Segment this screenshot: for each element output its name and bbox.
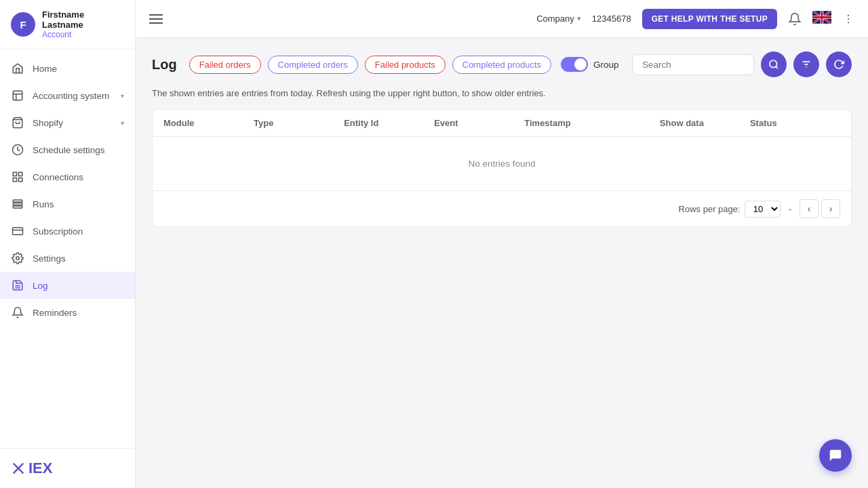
group-toggle-switch[interactable] — [561, 57, 588, 72]
search-wrapper — [632, 54, 754, 75]
company-label: Company — [536, 14, 574, 24]
group-toggle-label: Group — [593, 60, 619, 70]
chevron-down-icon: ▾ — [577, 14, 581, 23]
pagination-nav: ‹ › — [800, 199, 840, 218]
sidebar-item-schedule[interactable]: Schedule settings — [0, 136, 135, 163]
rows-per-page-select[interactable]: 10 5 25 50 — [745, 201, 781, 218]
sidebar-item-schedule-label: Schedule settings — [33, 145, 124, 155]
info-text: The shown entries are entries from today… — [152, 88, 852, 98]
col-entity-id: Entity Id — [344, 118, 434, 128]
sidebar-item-accounting[interactable]: Accounting system ▾ — [0, 82, 135, 109]
svg-rect-4 — [13, 203, 22, 205]
sidebar-item-shopify-label: Shopify — [33, 118, 113, 128]
prev-page-button[interactable]: ‹ — [800, 199, 818, 218]
svg-point-17 — [770, 60, 777, 68]
subscription-icon — [11, 224, 24, 238]
sidebar-item-connections-label: Connections — [33, 172, 124, 182]
svg-rect-6 — [13, 228, 23, 235]
chevron-down-icon: ▾ — [121, 119, 124, 127]
schedule-icon — [11, 143, 24, 157]
rows-per-page-label: Rows per page: — [679, 204, 741, 214]
logo: IEX — [11, 460, 124, 477]
svg-point-16 — [848, 22, 849, 23]
log-table: Module Type Entity Id Event Timestamp Sh… — [152, 109, 852, 227]
refresh-button[interactable] — [826, 52, 852, 77]
logo-text: IEX — [28, 460, 52, 477]
group-toggle[interactable]: Group — [561, 57, 619, 72]
page-title: Log — [152, 57, 177, 73]
runs-icon — [11, 197, 24, 211]
chat-button[interactable] — [819, 439, 852, 472]
search-button[interactable] — [761, 52, 787, 77]
sidebar-item-reminders[interactable]: Reminders — [0, 299, 135, 326]
sidebar-item-settings[interactable]: Settings — [0, 245, 135, 272]
topbar-right: Company ▾ 12345678 GET HELP WITH THE SET… — [536, 9, 854, 29]
sidebar-nav: Home Accounting system ▾ Shopify ▾ Sched… — [0, 49, 135, 448]
sidebar-footer: IEX — [0, 448, 135, 488]
no-entries-message: No entries found — [153, 137, 851, 190]
rows-per-page: Rows per page: 10 5 25 50 — [679, 201, 781, 218]
sidebar-item-log-label: Log — [33, 281, 124, 291]
col-type: Type — [254, 118, 344, 128]
company-id: 12345678 — [592, 14, 631, 24]
svg-point-15 — [848, 18, 849, 19]
page-content: Log Failed orders Completed orders Faile… — [136, 38, 868, 488]
sidebar-item-subscription[interactable]: Subscription — [0, 218, 135, 245]
sidebar-item-subscription-label: Subscription — [33, 226, 124, 237]
sidebar-header: F Firstname Lastname Account — [0, 0, 135, 49]
user-name: Firstname Lastname — [42, 9, 124, 30]
completed-orders-filter[interactable]: Completed orders — [268, 56, 358, 74]
company-selector[interactable]: Company ▾ — [536, 14, 581, 24]
user-info: Firstname Lastname Account — [42, 9, 124, 39]
col-module: Module — [163, 118, 254, 128]
col-show-data: Show data — [660, 118, 750, 128]
main-content: Company ▾ 12345678 GET HELP WITH THE SET… — [136, 0, 868, 488]
next-page-button[interactable]: › — [821, 199, 840, 218]
log-icon — [11, 279, 24, 292]
sidebar: F Firstname Lastname Account Home Accoun… — [0, 0, 136, 488]
shopify-icon — [11, 116, 24, 129]
filter-button[interactable] — [793, 52, 819, 77]
hamburger-line — [149, 22, 163, 24]
sidebar-item-home-label: Home — [33, 64, 124, 74]
avatar: F — [11, 12, 35, 37]
sidebar-item-runs[interactable]: Runs — [0, 190, 135, 218]
failed-products-filter[interactable]: Failed products — [365, 56, 446, 74]
sidebar-item-home[interactable]: Home — [0, 55, 135, 82]
reminders-icon — [11, 306, 24, 319]
svg-line-18 — [776, 66, 778, 68]
user-role[interactable]: Account — [42, 30, 124, 39]
svg-point-14 — [848, 14, 849, 16]
log-toolbar: Log Failed orders Completed orders Faile… — [152, 52, 852, 77]
language-flag[interactable] — [812, 11, 831, 26]
topbar-left — [149, 14, 163, 24]
sidebar-item-log[interactable]: Log — [0, 272, 135, 299]
svg-rect-0 — [13, 91, 22, 100]
col-timestamp: Timestamp — [524, 118, 660, 128]
hamburger-line — [149, 14, 163, 16]
notification-icon[interactable] — [788, 12, 802, 26]
more-options-icon[interactable] — [842, 13, 854, 25]
col-event: Event — [434, 118, 524, 128]
settings-icon — [11, 251, 24, 265]
accounting-icon — [11, 89, 24, 102]
svg-rect-3 — [13, 200, 22, 202]
sidebar-item-runs-label: Runs — [33, 199, 124, 209]
topbar: Company ▾ 12345678 GET HELP WITH THE SET… — [136, 0, 868, 38]
connections-icon — [11, 170, 24, 184]
get-help-button[interactable]: GET HELP WITH THE SETUP — [642, 9, 777, 29]
pagination: Rows per page: 10 5 25 50 - ‹ › — [153, 190, 851, 226]
table-header: Module Type Entity Id Event Timestamp Sh… — [153, 110, 851, 137]
home-icon — [11, 62, 24, 75]
hamburger-button[interactable] — [149, 14, 163, 24]
svg-point-8 — [16, 257, 20, 260]
svg-rect-5 — [13, 206, 22, 208]
pagination-count: - — [789, 204, 791, 214]
sidebar-item-shopify[interactable]: Shopify ▾ — [0, 109, 135, 136]
completed-products-filter[interactable]: Completed products — [452, 56, 551, 74]
sidebar-item-accounting-label: Accounting system — [33, 91, 113, 101]
sidebar-item-reminders-label: Reminders — [33, 308, 124, 318]
failed-orders-filter[interactable]: Failed orders — [189, 56, 261, 74]
sidebar-item-connections[interactable]: Connections — [0, 163, 135, 190]
search-input[interactable] — [632, 54, 754, 75]
